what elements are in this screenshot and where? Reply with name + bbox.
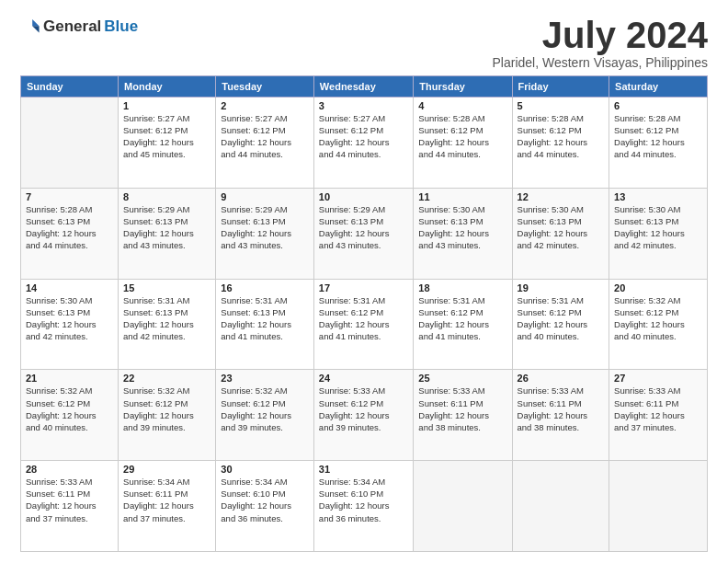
th-tuesday: Tuesday — [216, 76, 314, 98]
day-info: Sunrise: 5:30 AM Sunset: 6:13 PM Dayligh… — [518, 203, 605, 251]
logo-text: General Blue — [20, 17, 138, 37]
th-sunday: Sunday — [21, 76, 119, 98]
day-info: Sunrise: 5:30 AM Sunset: 6:13 PM Dayligh… — [614, 203, 702, 251]
day-info: Sunrise: 5:28 AM Sunset: 6:12 PM Dayligh… — [418, 112, 506, 160]
day-info: Sunrise: 5:30 AM Sunset: 6:13 PM Dayligh… — [418, 203, 506, 251]
table-row: 25Sunrise: 5:33 AM Sunset: 6:11 PM Dayli… — [414, 370, 512, 461]
day-number: 9 — [221, 191, 309, 202]
day-number: 17 — [319, 282, 409, 293]
day-info: Sunrise: 5:29 AM Sunset: 6:13 PM Dayligh… — [319, 203, 409, 251]
svg-marker-1 — [32, 26, 39, 32]
logo-blue: Blue — [104, 17, 138, 36]
day-info: Sunrise: 5:33 AM Sunset: 6:11 PM Dayligh… — [26, 476, 113, 523]
day-number: 1 — [123, 100, 210, 111]
table-row: 22Sunrise: 5:32 AM Sunset: 6:12 PM Dayli… — [119, 370, 216, 461]
day-number: 29 — [123, 464, 210, 475]
day-number: 7 — [26, 191, 113, 202]
table-row: 4Sunrise: 5:28 AM Sunset: 6:12 PM Daylig… — [414, 98, 512, 189]
day-info: Sunrise: 5:27 AM Sunset: 6:12 PM Dayligh… — [123, 112, 210, 160]
day-number: 24 — [319, 373, 409, 384]
table-row: 3Sunrise: 5:27 AM Sunset: 6:12 PM Daylig… — [313, 98, 414, 189]
table-row: 21Sunrise: 5:32 AM Sunset: 6:12 PM Dayli… — [21, 370, 119, 461]
logo-icon — [20, 17, 40, 37]
day-info: Sunrise: 5:34 AM Sunset: 6:10 PM Dayligh… — [221, 476, 309, 523]
table-row: 18Sunrise: 5:31 AM Sunset: 6:12 PM Dayli… — [414, 279, 512, 370]
calendar-header-row: Sunday Monday Tuesday Wednesday Thursday… — [21, 76, 708, 98]
th-thursday: Thursday — [414, 76, 512, 98]
month-title: July 2024 — [493, 17, 709, 53]
day-number: 19 — [518, 282, 605, 293]
table-row: 23Sunrise: 5:32 AM Sunset: 6:12 PM Dayli… — [216, 370, 314, 461]
day-info: Sunrise: 5:32 AM Sunset: 6:12 PM Dayligh… — [614, 294, 702, 342]
day-number: 2 — [221, 100, 309, 111]
day-info: Sunrise: 5:29 AM Sunset: 6:13 PM Dayligh… — [123, 203, 210, 251]
table-row: 13Sunrise: 5:30 AM Sunset: 6:13 PM Dayli… — [609, 188, 708, 279]
table-row: 27Sunrise: 5:33 AM Sunset: 6:11 PM Dayli… — [609, 370, 708, 461]
day-info: Sunrise: 5:34 AM Sunset: 6:10 PM Dayligh… — [319, 476, 409, 523]
day-number: 11 — [418, 191, 506, 202]
th-monday: Monday — [119, 76, 216, 98]
table-row: 11Sunrise: 5:30 AM Sunset: 6:13 PM Dayli… — [414, 188, 512, 279]
day-number: 3 — [319, 100, 409, 111]
table-row: 26Sunrise: 5:33 AM Sunset: 6:11 PM Dayli… — [512, 370, 609, 461]
day-number: 25 — [418, 373, 506, 384]
day-info: Sunrise: 5:27 AM Sunset: 6:12 PM Dayligh… — [319, 112, 409, 160]
th-wednesday: Wednesday — [313, 76, 414, 98]
calendar-week-row: 14Sunrise: 5:30 AM Sunset: 6:13 PM Dayli… — [21, 279, 708, 370]
day-info: Sunrise: 5:31 AM Sunset: 6:12 PM Dayligh… — [319, 294, 409, 342]
day-number: 20 — [614, 282, 702, 293]
title-block: July 2024 Plaridel, Western Visayas, Phi… — [493, 17, 709, 70]
day-number: 6 — [614, 100, 702, 111]
table-row: 8Sunrise: 5:29 AM Sunset: 6:13 PM Daylig… — [119, 188, 216, 279]
table-row: 20Sunrise: 5:32 AM Sunset: 6:12 PM Dayli… — [609, 279, 708, 370]
table-row: 1Sunrise: 5:27 AM Sunset: 6:12 PM Daylig… — [119, 98, 216, 189]
svg-marker-0 — [32, 19, 39, 26]
table-row: 9Sunrise: 5:29 AM Sunset: 6:13 PM Daylig… — [216, 188, 314, 279]
table-row: 14Sunrise: 5:30 AM Sunset: 6:13 PM Dayli… — [21, 279, 119, 370]
day-number: 23 — [221, 373, 309, 384]
day-number: 8 — [123, 191, 210, 202]
day-number: 22 — [123, 373, 210, 384]
day-number: 16 — [221, 282, 309, 293]
table-row: 30Sunrise: 5:34 AM Sunset: 6:10 PM Dayli… — [216, 461, 314, 552]
day-info: Sunrise: 5:31 AM Sunset: 6:12 PM Dayligh… — [418, 294, 506, 342]
th-friday: Friday — [512, 76, 609, 98]
calendar-table: Sunday Monday Tuesday Wednesday Thursday… — [20, 75, 708, 552]
table-row: 28Sunrise: 5:33 AM Sunset: 6:11 PM Dayli… — [21, 461, 119, 552]
day-info: Sunrise: 5:33 AM Sunset: 6:12 PM Dayligh… — [319, 385, 409, 432]
day-number: 10 — [319, 191, 409, 202]
day-number: 31 — [319, 464, 409, 475]
table-row: 15Sunrise: 5:31 AM Sunset: 6:13 PM Dayli… — [119, 279, 216, 370]
day-number: 15 — [123, 282, 210, 293]
day-number: 14 — [26, 282, 113, 293]
table-row: 5Sunrise: 5:28 AM Sunset: 6:12 PM Daylig… — [512, 98, 609, 189]
day-number: 13 — [614, 191, 702, 202]
table-row: 31Sunrise: 5:34 AM Sunset: 6:10 PM Dayli… — [313, 461, 414, 552]
table-row: 24Sunrise: 5:33 AM Sunset: 6:12 PM Dayli… — [313, 370, 414, 461]
th-saturday: Saturday — [609, 76, 708, 98]
table-row: 2Sunrise: 5:27 AM Sunset: 6:12 PM Daylig… — [216, 98, 314, 189]
calendar-week-row: 7Sunrise: 5:28 AM Sunset: 6:13 PM Daylig… — [21, 188, 708, 279]
day-number: 4 — [418, 100, 506, 111]
day-info: Sunrise: 5:33 AM Sunset: 6:11 PM Dayligh… — [614, 385, 702, 432]
day-number: 18 — [418, 282, 506, 293]
page: General Blue July 2024 Plaridel, Western… — [0, 0, 728, 563]
logo-general: General — [43, 17, 101, 36]
day-info: Sunrise: 5:33 AM Sunset: 6:11 PM Dayligh… — [418, 385, 506, 432]
table-row: 19Sunrise: 5:31 AM Sunset: 6:12 PM Dayli… — [512, 279, 609, 370]
calendar-week-row: 1Sunrise: 5:27 AM Sunset: 6:12 PM Daylig… — [21, 98, 708, 189]
day-number: 30 — [221, 464, 309, 475]
logo: General Blue — [20, 17, 138, 37]
day-info: Sunrise: 5:28 AM Sunset: 6:12 PM Dayligh… — [614, 112, 702, 160]
day-info: Sunrise: 5:33 AM Sunset: 6:11 PM Dayligh… — [518, 385, 605, 432]
table-row: 7Sunrise: 5:28 AM Sunset: 6:13 PM Daylig… — [21, 188, 119, 279]
table-row: 17Sunrise: 5:31 AM Sunset: 6:12 PM Dayli… — [313, 279, 414, 370]
location-subtitle: Plaridel, Western Visayas, Philippines — [493, 55, 709, 70]
day-info: Sunrise: 5:28 AM Sunset: 6:12 PM Dayligh… — [518, 112, 605, 160]
table-row: 10Sunrise: 5:29 AM Sunset: 6:13 PM Dayli… — [313, 188, 414, 279]
table-row — [512, 461, 609, 552]
day-number: 21 — [26, 373, 113, 384]
day-number: 28 — [26, 464, 113, 475]
day-info: Sunrise: 5:32 AM Sunset: 6:12 PM Dayligh… — [221, 385, 309, 432]
day-info: Sunrise: 5:31 AM Sunset: 6:12 PM Dayligh… — [518, 294, 605, 342]
